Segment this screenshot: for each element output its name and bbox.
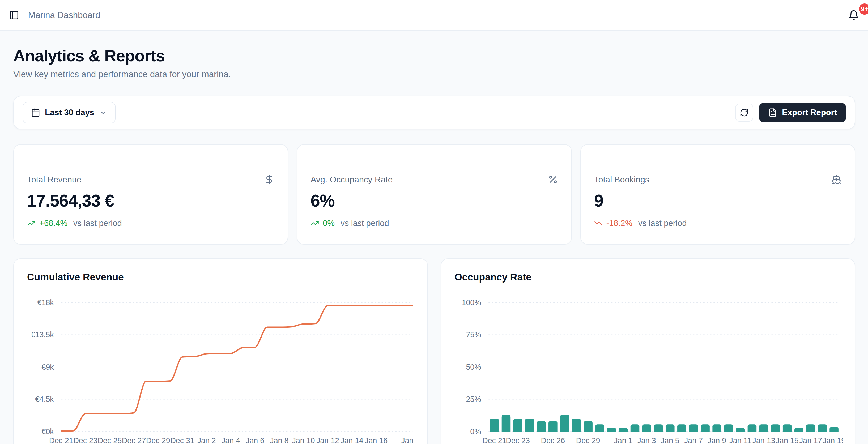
- app-title: Marina Dashboard: [28, 10, 100, 20]
- date-range-dropdown[interactable]: Last 30 days: [23, 102, 116, 124]
- svg-text:Dec 27: Dec 27: [122, 436, 146, 444]
- svg-text:Jan 1: Jan 1: [614, 436, 632, 444]
- notification-count-badge: 9+: [859, 3, 868, 14]
- export-report-button[interactable]: Export Report: [759, 103, 846, 122]
- page-title: Analytics & Reports: [13, 46, 855, 65]
- stat-delta-value: -18.2%: [607, 219, 632, 228]
- svg-text:Jan 11: Jan 11: [729, 436, 751, 444]
- svg-text:50%: 50%: [466, 363, 481, 371]
- date-range-label: Last 30 days: [45, 108, 94, 117]
- trending-up-icon: [27, 219, 36, 228]
- calendar-icon: [31, 108, 40, 117]
- svg-text:Jan 17: Jan 17: [799, 436, 822, 444]
- occupancy-rate-bar-chart: 0%25%50%75%100%Dec 21Dec 23Dec 26Dec 29J…: [455, 286, 842, 444]
- svg-text:Jan 15: Jan 15: [776, 436, 799, 444]
- trending-up-icon: [310, 219, 319, 228]
- ship-icon: [831, 175, 841, 185]
- stat-delta-suffix: vs last period: [638, 219, 687, 228]
- svg-text:Jan 10: Jan 10: [292, 436, 315, 444]
- file-text-icon: [768, 108, 777, 117]
- chart-title: Occupancy Rate: [455, 272, 842, 283]
- svg-text:Jan 19: Jan 19: [401, 436, 415, 444]
- bell-icon: [848, 10, 859, 21]
- svg-text:75%: 75%: [466, 330, 481, 339]
- page-subtitle: View key metrics and performance data fo…: [13, 69, 855, 80]
- svg-text:Dec 23: Dec 23: [506, 436, 530, 444]
- svg-text:Jan 6: Jan 6: [246, 436, 264, 444]
- svg-text:Jan 8: Jan 8: [270, 436, 288, 444]
- stat-label: Total Bookings: [594, 175, 649, 185]
- stats-row: Total Revenue 17.564,33 € +68.4% vs last…: [13, 144, 855, 245]
- stat-delta-value: +68.4%: [39, 219, 67, 228]
- chevron-down-icon: [99, 108, 107, 117]
- svg-text:Dec 29: Dec 29: [576, 436, 600, 444]
- stat-value: 9: [594, 191, 841, 211]
- charts-row: Cumulative Revenue €0k€4.5k€9k€13.5k€18k…: [13, 258, 855, 444]
- stat-card-total-bookings: Total Bookings 9 -18.2% vs last period: [580, 144, 855, 245]
- trending-down-icon: [594, 219, 603, 228]
- svg-text:Jan 5: Jan 5: [661, 436, 679, 444]
- svg-text:0%: 0%: [470, 427, 481, 436]
- occupancy-rate-chart-card: Occupancy Rate 0%25%50%75%100%Dec 21Dec …: [441, 258, 855, 444]
- svg-text:Dec 25: Dec 25: [97, 436, 122, 444]
- svg-text:Jan 16: Jan 16: [365, 436, 388, 444]
- dollar-icon: [264, 175, 274, 185]
- svg-text:Jan 14: Jan 14: [341, 436, 363, 444]
- svg-text:Dec 31: Dec 31: [170, 436, 194, 444]
- cumulative-revenue-line-chart: €0k€4.5k€9k€13.5k€18kDec 21Dec 23Dec 25D…: [27, 286, 415, 444]
- stat-card-total-revenue: Total Revenue 17.564,33 € +68.4% vs last…: [13, 144, 288, 245]
- stat-value: 6%: [310, 191, 558, 211]
- svg-text:Jan 19: Jan 19: [823, 436, 842, 444]
- svg-text:€18k: €18k: [37, 298, 54, 307]
- sidebar-toggle-button[interactable]: [9, 10, 19, 20]
- notifications-button[interactable]: 9+: [848, 10, 859, 21]
- svg-text:Jan 4: Jan 4: [221, 436, 240, 444]
- svg-text:Jan 13: Jan 13: [752, 436, 775, 444]
- stat-label: Total Revenue: [27, 175, 82, 185]
- svg-text:Jan 3: Jan 3: [638, 436, 656, 444]
- svg-text:€4.5k: €4.5k: [35, 395, 54, 403]
- stat-card-occupancy-rate: Avg. Occupancy Rate 6% 0% vs last period: [297, 144, 571, 245]
- refresh-icon: [740, 108, 749, 117]
- cumulative-revenue-chart-card: Cumulative Revenue €0k€4.5k€9k€13.5k€18k…: [13, 258, 428, 444]
- svg-text:€9k: €9k: [42, 363, 54, 371]
- svg-text:Dec 29: Dec 29: [146, 436, 170, 444]
- stat-delta-value: 0%: [323, 219, 335, 228]
- svg-text:Dec 23: Dec 23: [73, 436, 97, 444]
- topbar: Marina Dashboard 9+: [0, 0, 868, 31]
- svg-text:€13.5k: €13.5k: [31, 330, 54, 339]
- export-report-label: Export Report: [782, 108, 837, 117]
- svg-text:Dec 21: Dec 21: [482, 436, 506, 444]
- main-content: Analytics & Reports View key metrics and…: [0, 31, 868, 444]
- svg-text:Dec 26: Dec 26: [541, 436, 565, 444]
- refresh-button[interactable]: [735, 103, 753, 122]
- stat-delta-suffix: vs last period: [341, 219, 389, 228]
- stat-value: 17.564,33 €: [27, 191, 274, 211]
- svg-text:25%: 25%: [466, 395, 481, 403]
- svg-text:Jan 12: Jan 12: [316, 436, 339, 444]
- stat-delta-suffix: vs last period: [73, 219, 122, 228]
- panel-left-icon: [9, 10, 19, 20]
- svg-text:Jan 9: Jan 9: [708, 436, 726, 444]
- svg-text:€0k: €0k: [42, 427, 54, 436]
- svg-text:Dec 21: Dec 21: [49, 436, 73, 444]
- chart-title: Cumulative Revenue: [27, 272, 415, 283]
- stat-label: Avg. Occupancy Rate: [310, 175, 393, 185]
- svg-text:100%: 100%: [462, 298, 481, 307]
- percent-icon: [548, 175, 558, 185]
- svg-text:Jan 7: Jan 7: [684, 436, 703, 444]
- svg-text:Jan 2: Jan 2: [197, 436, 216, 444]
- filters-toolbar: Last 30 days Export Report: [13, 96, 855, 129]
